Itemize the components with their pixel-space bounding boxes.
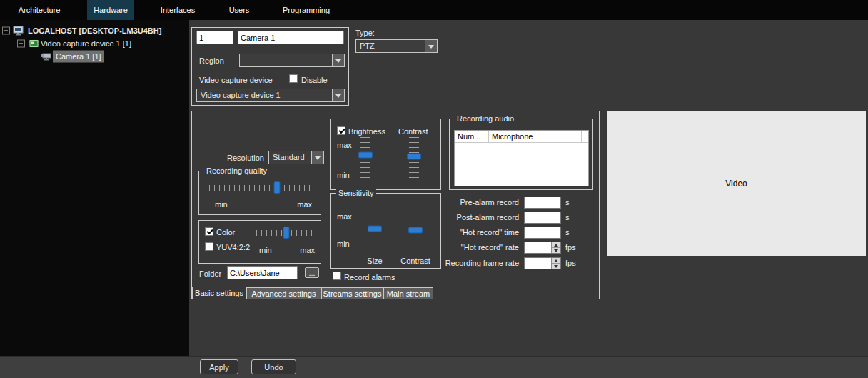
chevron-down-icon[interactable] xyxy=(311,151,323,164)
slider-handle[interactable] xyxy=(358,152,373,159)
hot-record-rate-label: "Hot record" rate xyxy=(392,243,519,252)
parent-device-select[interactable]: Video capture device 1 xyxy=(196,89,345,102)
tree-item-localhost-label: LOCALHOST [DESKTOP-LM3U4BH] xyxy=(28,25,161,36)
max-label: max xyxy=(337,141,352,150)
region-select-value xyxy=(240,54,332,66)
post-alarm-record-unit: s xyxy=(565,213,570,222)
menu-tab-programming[interactable]: Programming xyxy=(274,0,338,20)
tree-item-capture-device-label: Video capture device 1 [1] xyxy=(41,38,131,49)
audio-table[interactable]: Num... Microphone xyxy=(454,130,589,186)
microphone-column-header: Microphone xyxy=(489,131,582,142)
hot-record-time-label: "Hot record" time xyxy=(392,228,519,237)
camera-settings-panel: Resolution Standard Recording quality mi… xyxy=(191,111,600,299)
sensitivity-size-slider[interactable] xyxy=(366,207,383,252)
resolution-label: Resolution xyxy=(206,154,264,163)
recording-frame-rate-input[interactable] xyxy=(524,257,561,269)
audio-table-header: Num... Microphone xyxy=(455,131,588,143)
type-label: Type: xyxy=(355,29,375,38)
type-select-value: PTZ xyxy=(356,40,425,52)
tree-item-camera[interactable]: Camera 1 [1] xyxy=(0,50,189,62)
region-label: Region xyxy=(199,56,224,66)
disable-checkbox[interactable] xyxy=(289,74,298,83)
slider-handle[interactable] xyxy=(368,225,382,232)
slider-handle[interactable] xyxy=(407,154,421,160)
color-slider[interactable] xyxy=(256,227,316,239)
post-alarm-record-input[interactable] xyxy=(524,212,561,224)
spinner-down-icon[interactable] xyxy=(552,247,560,253)
collapse-icon[interactable] xyxy=(2,26,10,34)
record-alarms-label: Record alarms xyxy=(344,273,395,282)
recording-quality-slider[interactable] xyxy=(209,181,312,194)
tab-streams-settings[interactable]: Streams settings xyxy=(321,287,383,299)
tree-item-camera-label: Camera 1 [1] xyxy=(53,50,104,62)
post-alarm-record-label: Post-alarm record xyxy=(392,213,519,222)
brightness-contrast-group: Brightness Contrast max min xyxy=(330,119,441,190)
folder-input[interactable] xyxy=(227,266,298,279)
chevron-down-icon[interactable] xyxy=(332,54,344,66)
menu-tab-architecture[interactable]: Architecture xyxy=(10,0,69,20)
collapse-icon[interactable] xyxy=(17,39,25,47)
brightness-label: Brightness xyxy=(348,127,385,136)
size-label: Size xyxy=(360,257,390,266)
hot-record-rate-value[interactable] xyxy=(525,242,551,253)
hot-record-rate-unit: fps xyxy=(565,243,576,252)
hot-record-rate-input[interactable] xyxy=(524,242,561,254)
browse-button[interactable]: ... xyxy=(305,267,319,278)
menu-tab-users[interactable]: Users xyxy=(221,0,257,20)
max-label: max xyxy=(337,212,352,222)
max-label: max xyxy=(297,200,312,209)
yuv-label: YUV4:2:2 xyxy=(216,243,250,252)
color-label: Color xyxy=(216,228,235,237)
color-checkbox[interactable] xyxy=(205,227,213,236)
disable-label: Disable xyxy=(301,76,328,85)
sensitivity-title: Sensitivity xyxy=(336,189,376,197)
contrast-slider[interactable] xyxy=(405,137,423,180)
menu-tab-hardware[interactable]: Hardware xyxy=(87,0,134,20)
folder-label: Folder xyxy=(199,269,221,279)
spinner xyxy=(551,242,560,253)
chevron-down-icon[interactable] xyxy=(332,89,344,101)
spinner-down-icon[interactable] xyxy=(552,263,560,269)
chevron-down-icon[interactable] xyxy=(425,40,437,52)
spinner-up-icon[interactable] xyxy=(552,242,560,247)
camera-icon xyxy=(40,52,52,61)
slider-handle[interactable] xyxy=(274,181,281,194)
region-select[interactable] xyxy=(239,54,345,67)
tab-basic-settings[interactable]: Basic settings xyxy=(192,287,246,299)
contrast-label: Contrast xyxy=(398,127,428,136)
resolution-select-value: Standard xyxy=(269,151,311,164)
slider-handle[interactable] xyxy=(283,227,290,239)
recording-quality-title: Recording quality xyxy=(204,166,269,175)
camera-id-input[interactable] xyxy=(196,31,233,44)
recording-audio-group: Recording audio Num... Microphone xyxy=(449,119,593,190)
recording-frame-rate-value[interactable] xyxy=(525,258,551,269)
type-select[interactable]: PTZ xyxy=(355,39,438,53)
hot-record-time-input[interactable] xyxy=(524,227,561,239)
camera-name-input[interactable] xyxy=(238,31,344,44)
record-alarms-checkbox[interactable] xyxy=(333,272,341,280)
tab-advanced-settings[interactable]: Advanced settings xyxy=(246,287,321,299)
hot-record-time-unit: s xyxy=(565,228,570,237)
device-tree-panel: LOCALHOST [DESKTOP-LM3U4BH] Video captur… xyxy=(0,20,189,356)
pre-alarm-record-unit: s xyxy=(565,198,570,207)
yuv-checkbox[interactable] xyxy=(205,242,213,251)
spinner-up-icon[interactable] xyxy=(552,258,560,263)
apply-button[interactable]: Apply xyxy=(200,359,238,374)
tree-item-localhost[interactable]: LOCALHOST [DESKTOP-LM3U4BH] xyxy=(0,24,189,36)
tree-item-capture-device[interactable]: Video capture device 1 [1] xyxy=(0,37,189,49)
parent-device-select-value: Video capture device 1 xyxy=(197,89,332,101)
slider-ticks xyxy=(209,185,312,191)
undo-button[interactable]: Undo xyxy=(251,359,296,374)
menu-tab-interfaces[interactable]: Interfaces xyxy=(151,0,204,20)
brightness-slider[interactable] xyxy=(357,137,374,180)
pre-alarm-record-label: Pre-alarm record xyxy=(392,198,519,207)
application-window: Architecture Hardware Interfaces Users P… xyxy=(0,0,868,378)
tab-main-stream[interactable]: Main stream xyxy=(383,287,433,299)
brightness-checkbox[interactable] xyxy=(337,126,345,135)
recording-quality-group: Recording quality min max xyxy=(198,171,321,215)
resolution-select[interactable]: Standard xyxy=(268,151,324,164)
spinner xyxy=(551,258,560,269)
recording-frame-rate-unit: fps xyxy=(565,259,576,268)
pre-alarm-record-input[interactable] xyxy=(524,197,561,209)
video-preview-panel: Video xyxy=(607,111,866,256)
